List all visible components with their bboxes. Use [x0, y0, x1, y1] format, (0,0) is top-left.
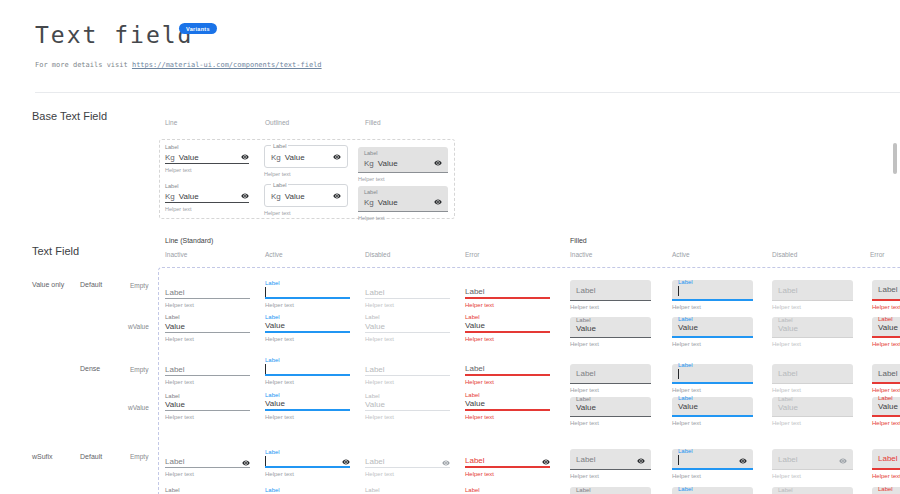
helper-text: Helper text [264, 210, 348, 216]
helper-text: Helper text [165, 471, 250, 477]
field-value: Value [378, 159, 430, 168]
field-prefix: Kg [165, 153, 175, 162]
text-field-cell[interactable]: Label Label Helper text [465, 448, 550, 477]
text-field-cell[interactable]: Label Label Helper text [672, 449, 753, 479]
text-field-cell[interactable]: Label Label Helper text [872, 280, 900, 310]
visibility-icon[interactable] [242, 459, 250, 467]
visibility-icon[interactable] [241, 192, 249, 200]
text-field-cell[interactable]: Label Value Helper text [570, 317, 651, 347]
text-field-cell[interactable]: Label Value Helper text [465, 313, 550, 342]
text-field-cell[interactable]: Label Label Helper text [465, 359, 550, 385]
visibility-icon[interactable] [442, 459, 450, 467]
text-field-cell[interactable]: Label Label Helper text [365, 448, 450, 477]
text-field-cell[interactable]: Label Label Helper text [672, 364, 753, 393]
text-field-cell[interactable]: Label Label Helper text [265, 448, 350, 477]
visibility-icon[interactable] [839, 457, 847, 465]
helper-text: Helper text [165, 414, 250, 420]
text-field-cell[interactable]: Label Value Helper text [672, 397, 753, 426]
text-field-cell[interactable]: Label Label Helper text [265, 279, 350, 308]
visibility-icon[interactable] [434, 159, 442, 167]
text-field-cell[interactable]: Label Value Helper text [165, 486, 250, 494]
text-field-cell[interactable]: Label Value Helper text [872, 487, 900, 494]
base-filled-field[interactable]: Label Kg Value Helper text [358, 147, 448, 182]
text-field-cell[interactable]: Label Value Helper text [265, 486, 350, 494]
helper-text: Helper text [672, 387, 753, 393]
text-field-cell[interactable]: Label Label Helper text [365, 279, 450, 308]
text-field-cell[interactable]: Label Value Helper text [465, 486, 550, 494]
visibility-icon[interactable] [333, 192, 341, 200]
field-value: Label [365, 457, 438, 467]
text-field-cell[interactable]: Label Label Helper text [872, 449, 900, 479]
base-line-field[interactable]: Label Kg Value Helper text [165, 143, 249, 173]
outlined-border: Label Kg Value [264, 184, 348, 207]
page-title: Text field [35, 22, 193, 48]
text-field-cell[interactable]: Label Value Helper text [365, 394, 450, 420]
visibility-icon[interactable] [333, 153, 341, 161]
field-label: Label [364, 188, 442, 196]
visibility-icon[interactable] [342, 458, 350, 466]
text-field-cell[interactable]: Label Value Helper text [365, 486, 450, 494]
field-value: Value [576, 324, 645, 334]
visibility-icon[interactable] [637, 457, 645, 465]
visibility-icon[interactable] [434, 198, 442, 206]
base-line-field[interactable]: Label Kg Value Helper text [165, 182, 249, 212]
text-field-cell[interactable]: Label Label Helper text [465, 279, 550, 308]
text-field-cell[interactable]: Label Value Helper text [672, 487, 753, 494]
field-prefix: Kg [271, 192, 281, 201]
text-field-cell[interactable]: Label Label Helper text [165, 279, 250, 308]
text-field-cell[interactable]: Label Label Helper text [872, 364, 900, 393]
base-section-title: Base Text Field [32, 110, 107, 122]
field-value: Value [878, 323, 900, 333]
text-field-cell[interactable]: Label Value Helper text [772, 317, 853, 347]
text-field-cell[interactable]: Label Value Helper text [672, 317, 753, 347]
text-field-cell[interactable]: Label Value Helper text [570, 397, 651, 426]
helper-text: Helper text [264, 171, 348, 177]
helper-text: Helper text [772, 304, 853, 310]
text-field-cell[interactable]: Label Value Helper text [772, 397, 853, 426]
text-field-cell[interactable]: Label Label Helper text [165, 359, 250, 385]
field-box: Label Label [465, 448, 550, 468]
text-field-cell[interactable]: Label Value Helper text [772, 487, 853, 494]
field-box: Label Label [570, 280, 651, 301]
text-field-cell[interactable]: Label Value Helper text [265, 313, 350, 342]
text-field-cell[interactable]: Label Label Helper text [772, 280, 853, 310]
field-value: Label [576, 369, 645, 379]
scrollbar-thumb[interactable] [893, 143, 897, 174]
base-outlined-field[interactable]: Label Kg Value Helper text [264, 145, 348, 177]
text-field-cell[interactable]: Label Value Helper text [465, 394, 550, 420]
text-field-cell[interactable]: Label Label Helper text [772, 364, 853, 393]
text-cursor [265, 364, 266, 374]
subtitle-link[interactable]: https://material-ui.com/components/text-… [132, 61, 322, 69]
row-label-empty: Empty [130, 282, 148, 289]
text-field-cell[interactable]: Label Value Helper text [265, 394, 350, 420]
helper-text: Helper text [570, 387, 651, 393]
text-field-cell[interactable]: Label Label Helper text [365, 359, 450, 385]
visibility-icon[interactable] [241, 153, 249, 161]
text-field-cell[interactable]: Label Label Helper text [570, 364, 651, 393]
text-field-cell[interactable]: Label Value Helper text [872, 317, 900, 347]
text-field-cell[interactable]: Label Label Helper text [570, 449, 651, 479]
field-box: Label Label [365, 448, 450, 468]
text-field-cell[interactable]: Label Value Helper text [365, 313, 450, 342]
text-field-cell[interactable]: Label Label Helper text [772, 449, 853, 479]
field-value: Label [878, 369, 900, 379]
visibility-icon[interactable] [739, 457, 747, 465]
text-field-cell[interactable]: Label Value Helper text [872, 397, 900, 426]
field-box: Label Label [772, 364, 853, 384]
base-filled-field[interactable]: Label Kg Value Helper text [358, 186, 448, 221]
text-field-cell[interactable]: Label Label Helper text [672, 280, 753, 310]
field-value: Label [165, 365, 250, 375]
base-outlined-field[interactable]: Label Kg Value Helper text [264, 184, 348, 216]
helper-text: Helper text [265, 414, 350, 420]
field-box: Label Value [672, 317, 753, 338]
text-field-cell[interactable]: Label Value Helper text [165, 394, 250, 420]
field-value: Value [778, 324, 847, 334]
text-field-cell[interactable]: Label Value Helper text [165, 313, 250, 342]
field-value: Value [576, 403, 645, 413]
helper-text: Helper text [570, 473, 651, 479]
text-field-cell[interactable]: Label Label Helper text [165, 448, 250, 477]
visibility-icon[interactable] [542, 458, 550, 466]
text-field-cell[interactable]: Label Value Helper text [570, 487, 651, 494]
text-field-cell[interactable]: Label Label Helper text [570, 280, 651, 310]
text-field-cell[interactable]: Label Label Helper text [265, 359, 350, 385]
